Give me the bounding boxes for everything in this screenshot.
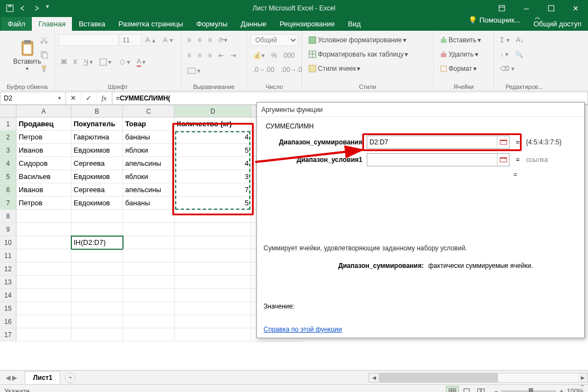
cell-C8[interactable] [123, 210, 175, 223]
tab-formulas[interactable]: Формулы [190, 17, 234, 31]
dialog-help-link[interactable]: Справка по этой функции [264, 326, 342, 333]
cell-C12[interactable] [123, 262, 175, 276]
row-header-13[interactable]: 13 [0, 276, 16, 289]
undo-icon[interactable] [19, 4, 27, 13]
cell-A7[interactable]: Петров [16, 197, 71, 210]
currency-button[interactable]: 💰▾ [250, 50, 267, 61]
cell-A11[interactable] [16, 249, 71, 262]
cell-C6[interactable]: апельсины [123, 183, 175, 197]
format-as-table-button[interactable]: Форматировать как таблицу ▾ [305, 48, 411, 60]
format-painter-button[interactable] [37, 63, 51, 75]
underline-button[interactable]: Ч▾ [81, 57, 96, 68]
cell-A13[interactable] [16, 276, 71, 289]
row-header-15[interactable]: 15 [0, 302, 16, 315]
increase-font-button[interactable]: A▲ [143, 35, 159, 46]
sheet-tab-active[interactable]: Лист1 [25, 371, 60, 384]
enter-formula-button[interactable]: ✓ [81, 92, 97, 104]
cell-C7[interactable]: бананы [123, 197, 175, 210]
cell-D8[interactable] [175, 210, 251, 223]
cell-B13[interactable] [71, 276, 123, 289]
cell-D17[interactable] [175, 328, 251, 341]
arg2-input[interactable] [367, 156, 497, 164]
collapse-ribbon-icon[interactable]: ⌃ [580, 384, 585, 391]
cell-B11[interactable] [71, 249, 123, 262]
font-color-button[interactable]: А▾ [134, 56, 148, 69]
cell-B3[interactable]: Евдокимов [71, 144, 123, 157]
row-header-17[interactable]: 17 [0, 328, 16, 341]
tab-insert[interactable]: Вставка [72, 17, 111, 31]
cell-B2[interactable]: Гаврютина [71, 131, 123, 144]
cell-D15[interactable] [175, 302, 251, 315]
cell-D2[interactable]: 4 [175, 131, 251, 144]
indent-dec-button[interactable]: ⇤ [216, 50, 227, 61]
sheet-nav[interactable]: ◀ ▶ [0, 374, 23, 382]
increase-decimal-button[interactable]: .0→.00 [250, 64, 277, 75]
cell-B14[interactable] [71, 289, 123, 302]
row-header-12[interactable]: 12 [0, 262, 16, 276]
row-header-5[interactable]: 5 [0, 170, 16, 183]
page-layout-view-button[interactable] [460, 386, 473, 393]
row-header-10[interactable]: 10 [0, 236, 16, 249]
cell-D10[interactable] [175, 236, 251, 249]
cell-D11[interactable] [175, 249, 251, 262]
maximize-button[interactable] [539, 0, 563, 16]
arg1-input[interactable] [367, 138, 497, 146]
fill-color-button[interactable]: ▾ [115, 57, 133, 68]
cell-A2[interactable]: Петров [16, 131, 71, 144]
close-button[interactable]: ✕ [563, 0, 588, 16]
cell-B6[interactable]: Сергеева [71, 183, 123, 197]
row-header-3[interactable]: 3 [0, 144, 16, 157]
merge-button[interactable]: ▾ [184, 65, 203, 76]
cell-A4[interactable]: Сидоров [16, 157, 71, 170]
arg2-range-picker-button[interactable] [497, 154, 509, 166]
cell-C1[interactable]: Товар [123, 117, 175, 131]
name-box[interactable]: D2 ▼ [0, 92, 66, 105]
row-header-1[interactable]: 1 [0, 117, 16, 131]
cell-B10[interactable]: ІН(D2:D7) [71, 236, 123, 249]
row-header-9[interactable]: 9 [0, 223, 16, 236]
cell-A9[interactable] [16, 223, 71, 236]
column-header-B[interactable]: B [71, 105, 123, 117]
cell-D16[interactable] [175, 315, 251, 328]
cell-B9[interactable] [71, 223, 123, 236]
cell-D12[interactable] [175, 262, 251, 276]
tab-page-layout[interactable]: Разметка страницы [112, 17, 190, 31]
cell-B15[interactable] [71, 302, 123, 315]
cell-A3[interactable]: Иванов [16, 144, 71, 157]
cell-B17[interactable] [71, 328, 123, 341]
cell-B7[interactable]: Евдокимов [71, 197, 123, 210]
cancel-formula-button[interactable]: ✕ [66, 92, 81, 104]
italic-button[interactable]: К [71, 57, 80, 68]
cell-C4[interactable]: апельсины [123, 157, 175, 170]
cell-C16[interactable] [123, 315, 175, 328]
insert-function-button[interactable]: fx [97, 92, 112, 104]
cell-A12[interactable] [16, 262, 71, 276]
cell-D3[interactable]: 5 [175, 144, 251, 157]
cell-A14[interactable] [16, 289, 71, 302]
redo-icon[interactable] [32, 4, 41, 13]
bold-button[interactable]: Ж [58, 57, 70, 68]
sort-filter-button[interactable]: A↓ [513, 35, 527, 46]
scroll-left-icon[interactable]: ◀ [369, 373, 379, 382]
cell-C11[interactable] [123, 249, 175, 262]
arg1-range-picker-button[interactable] [497, 136, 509, 148]
cell-C17[interactable] [123, 328, 175, 341]
cell-D14[interactable] [175, 289, 251, 302]
row-header-8[interactable]: 8 [0, 210, 16, 223]
cell-A5[interactable]: Васильев [16, 170, 71, 183]
align-middle-button[interactable]: ≡ [195, 35, 204, 46]
zoom-in-button[interactable]: + [559, 388, 563, 393]
decrease-decimal-button[interactable]: .00→.0 [278, 64, 305, 75]
horizontal-scrollbar[interactable]: ◀ ▶ [368, 373, 588, 383]
cell-A6[interactable]: Иванов [16, 183, 71, 197]
tab-review[interactable]: Рецензирование [273, 17, 341, 31]
find-button[interactable]: 🔍 [512, 49, 526, 60]
column-header-D[interactable]: D [175, 105, 251, 117]
font-size-select[interactable] [120, 34, 142, 46]
insert-cells-button[interactable]: Вставить ▾ [437, 35, 484, 46]
cell-C5[interactable]: яблоки [123, 170, 175, 183]
number-format-select[interactable]: Общий [250, 34, 298, 46]
tab-file[interactable]: Файл [1, 17, 32, 31]
row-header-11[interactable]: 11 [0, 249, 16, 262]
add-sheet-button[interactable]: + [65, 372, 76, 383]
